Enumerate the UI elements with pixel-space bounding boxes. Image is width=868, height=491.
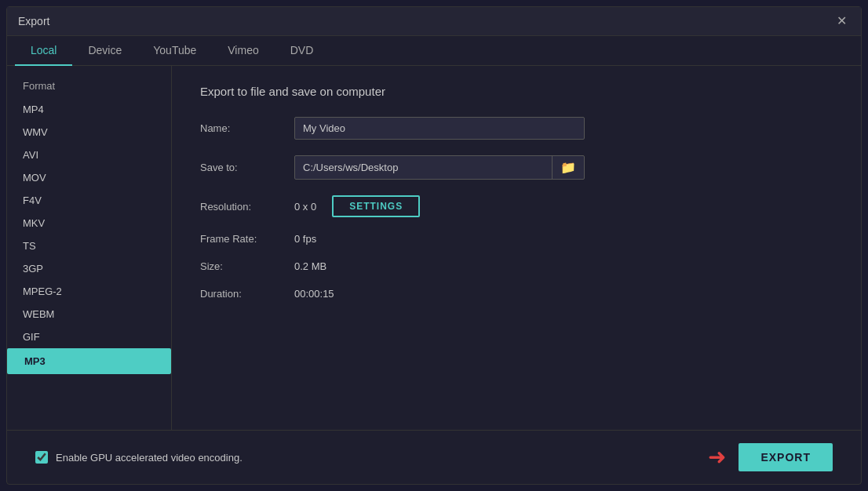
size-value: 0.2 MB: [294, 260, 326, 272]
tab-local[interactable]: Local: [15, 36, 72, 66]
sidebar-item-mov[interactable]: MOV: [7, 166, 171, 189]
export-button[interactable]: EXPORT: [739, 443, 833, 471]
sidebar-item-wmv[interactable]: WMV: [7, 121, 171, 144]
sidebar-item-mp3[interactable]: MP3: [7, 348, 171, 374]
save-to-label: Save to:: [200, 162, 294, 173]
close-button[interactable]: ✕: [833, 13, 850, 29]
sidebar-item-f4v[interactable]: F4V: [7, 189, 171, 212]
name-label: Name:: [200, 122, 294, 134]
tab-youtube[interactable]: YouTube: [137, 36, 212, 66]
export-wrapper: ➜ EXPORT: [708, 443, 833, 471]
sidebar: Format MP4 WMV AVI MOV F4V MKV TS 3GP MP…: [7, 66, 172, 430]
resolution-row: Resolution: 0 x 0 SETTINGS: [200, 195, 833, 217]
settings-button[interactable]: SETTINGS: [332, 195, 420, 217]
duration-label: Duration:: [200, 288, 294, 300]
arrow-icon: ➜: [708, 446, 726, 468]
sidebar-item-mkv[interactable]: MKV: [7, 212, 171, 235]
size-row: Size: 0.2 MB: [200, 260, 833, 272]
name-input[interactable]: [294, 117, 585, 140]
gpu-label[interactable]: Enable GPU accelerated video encoding.: [56, 452, 243, 464]
resolution-content: 0 x 0 SETTINGS: [294, 195, 420, 217]
resolution-label: Resolution:: [200, 201, 294, 213]
bottom-bar: Enable GPU accelerated video encoding. ➜…: [7, 430, 861, 484]
sidebar-item-gif[interactable]: GIF: [7, 326, 171, 348]
name-row: Name:: [200, 117, 833, 140]
duration-row: Duration: 00:00:15: [200, 288, 833, 300]
tab-device[interactable]: Device: [72, 36, 137, 66]
sidebar-item-webm[interactable]: WEBM: [7, 303, 171, 326]
sidebar-item-ts[interactable]: TS: [7, 235, 171, 257]
frame-rate-value: 0 fps: [294, 233, 316, 245]
duration-value: 00:00:15: [294, 288, 334, 300]
sidebar-item-mp4[interactable]: MP4: [7, 98, 171, 121]
sidebar-item-avi[interactable]: AVI: [7, 144, 171, 166]
format-section-label: Format: [7, 77, 171, 98]
sidebar-item-mpeg2[interactable]: MPEG-2: [7, 280, 171, 303]
frame-rate-label: Frame Rate:: [200, 233, 294, 245]
title-bar: Export ✕: [7, 7, 861, 36]
gpu-checkbox[interactable]: [35, 451, 48, 464]
tab-dvd[interactable]: DVD: [275, 36, 330, 66]
browse-folder-button[interactable]: 📁: [552, 156, 584, 179]
section-title: Export to file and save on computer: [200, 85, 833, 98]
save-to-row: Save to: C:/Users/ws/Desktop 📁: [200, 155, 833, 180]
sidebar-item-3gp[interactable]: 3GP: [7, 257, 171, 280]
main-content: Export to file and save on computer Name…: [172, 66, 861, 430]
frame-rate-row: Frame Rate: 0 fps: [200, 233, 833, 245]
save-to-path: C:/Users/ws/Desktop: [295, 157, 552, 178]
tab-bar: Local Device YouTube Vimeo DVD: [7, 36, 861, 66]
tab-vimeo[interactable]: Vimeo: [212, 36, 274, 66]
resolution-value: 0 x 0: [294, 201, 316, 213]
body: Format MP4 WMV AVI MOV F4V MKV TS 3GP MP…: [7, 66, 861, 430]
save-to-wrapper: C:/Users/ws/Desktop 📁: [294, 155, 585, 180]
gpu-checkbox-row: Enable GPU accelerated video encoding.: [35, 451, 243, 464]
dialog-title: Export: [18, 15, 49, 27]
export-dialog: Export ✕ Local Device YouTube Vimeo DVD …: [6, 6, 862, 485]
size-label: Size:: [200, 260, 294, 272]
